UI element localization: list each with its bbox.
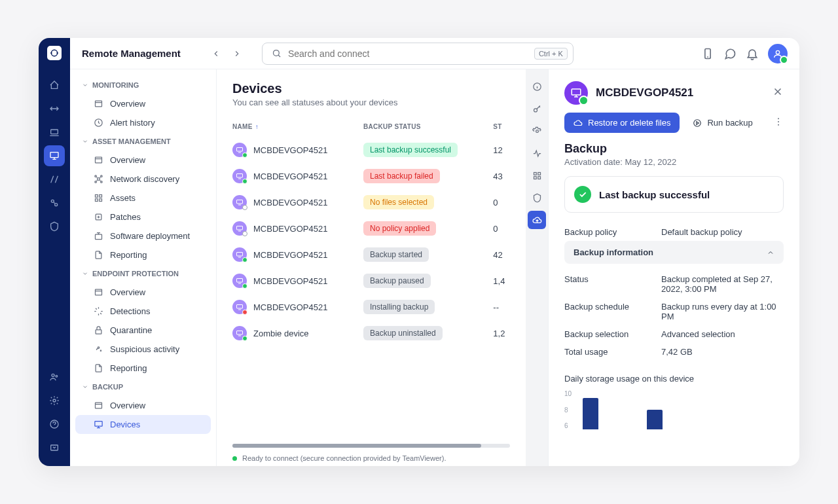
sidebar-item-network-discovery[interactable]: Network discovery	[75, 170, 211, 189]
tool-grid[interactable]	[528, 166, 546, 185]
sidebar-group-endpoint-protection[interactable]: ENDPOINT PROTECTION	[75, 264, 211, 283]
nav-forward[interactable]	[228, 45, 246, 63]
content-area: Devices You can see all statuses about y…	[217, 69, 526, 466]
sidebar-item-software-deployment[interactable]: Software deployment	[75, 226, 211, 245]
svg-point-48	[694, 119, 701, 126]
horizontal-scrollbar[interactable]	[232, 444, 510, 448]
table-row[interactable]: MCBDEVGOP4521No files selected0	[225, 189, 518, 215]
svg-rect-26	[96, 234, 102, 240]
col-backup-status[interactable]: BACKUP STATUS	[355, 117, 485, 137]
status-card: Last backup successful	[564, 176, 784, 213]
svg-rect-38	[237, 305, 243, 309]
svg-rect-31	[95, 422, 102, 427]
svg-rect-47	[572, 89, 581, 95]
nav-devices[interactable]	[44, 122, 65, 143]
svg-point-20	[101, 181, 103, 183]
nav-feedback[interactable]	[44, 437, 65, 458]
sidebar-item-reporting[interactable]: Reporting	[75, 359, 211, 378]
main-column: Remote Management Ctrl + K MON	[70, 38, 799, 466]
tool-key[interactable]	[528, 99, 546, 118]
sidebar-group-asset-management[interactable]: ASSET MANAGEMENT	[75, 132, 211, 151]
tool-cloud-backup[interactable]	[528, 211, 546, 229]
status-dot-icon	[232, 456, 237, 461]
sidebar-item-overview[interactable]: Overview	[75, 283, 211, 302]
svg-point-41	[534, 108, 537, 111]
nav-security[interactable]	[44, 216, 65, 237]
svg-rect-15	[96, 157, 102, 163]
sidebar-group-backup[interactable]: BACKUP	[75, 378, 211, 396]
nav-transfer[interactable]	[44, 98, 65, 119]
devices-table: NAME↑ BACKUP STATUS ST MCBDEVGOP4521Last…	[225, 117, 518, 346]
svg-rect-23	[96, 199, 98, 202]
tool-shield[interactable]	[528, 189, 546, 207]
chart-bar	[647, 410, 663, 429]
sidebar-item-assets[interactable]: Assets	[75, 189, 211, 207]
chevron-down-icon	[82, 384, 88, 390]
table-row[interactable]: MCBDEVGOP4521Last backup failed43	[225, 163, 518, 189]
sidebar-item-devices[interactable]: Devices	[75, 415, 211, 434]
table-row[interactable]: MCBDEVGOP4521Backup paused1,4	[225, 268, 518, 294]
device-icon	[232, 143, 247, 157]
table-row[interactable]: MCBDEVGOP4521Backup started42	[225, 242, 518, 268]
topbar: Remote Management Ctrl + K	[70, 38, 799, 69]
tool-info[interactable]	[528, 77, 546, 96]
svg-rect-33	[237, 174, 243, 178]
svg-point-3	[51, 200, 54, 202]
table-row[interactable]: MCBDEVGOP4521Installing backup--	[225, 294, 518, 320]
sidebar-item-reporting[interactable]: Reporting	[75, 245, 211, 264]
sidebar-item-patches[interactable]: Patches	[75, 207, 211, 226]
nav-users[interactable]	[44, 367, 65, 387]
logo[interactable]	[47, 46, 62, 60]
sidebar-group-monitoring[interactable]: MONITORING	[75, 76, 211, 94]
close-button[interactable]	[772, 86, 784, 100]
nav-help[interactable]	[44, 414, 65, 435]
bell-icon[interactable]	[746, 47, 759, 60]
svg-point-5	[52, 374, 54, 376]
restore-delete-button[interactable]: Restore or delete files	[564, 113, 680, 133]
chart-title: Daily storage usage on this device	[564, 374, 784, 384]
info-row: StatusBackup completed at Sep 27, 2022, …	[564, 270, 784, 298]
nav-workflows[interactable]	[44, 169, 65, 190]
sidebar-item-overview[interactable]: Overview	[75, 396, 211, 415]
run-backup-button[interactable]: Run backup	[686, 113, 759, 133]
sidebar-item-alert-history[interactable]: Alert history	[75, 113, 211, 132]
info-row: Total usage7,42 GB	[564, 343, 784, 361]
tool-settings[interactable]	[528, 122, 546, 140]
device-icon	[232, 247, 247, 262]
table-row[interactable]: Zombie deviceBackup uninstalled1,2	[225, 320, 518, 346]
chart-bar	[583, 398, 598, 429]
user-avatar[interactable]	[768, 44, 788, 63]
search-box[interactable]: Ctrl + K	[262, 43, 574, 65]
device-icon	[232, 221, 247, 236]
svg-point-42	[536, 130, 538, 132]
svg-rect-30	[96, 403, 102, 408]
col-storage[interactable]: ST	[485, 117, 518, 137]
sidebar-item-suspicious-activity[interactable]: Suspicious activity	[75, 340, 211, 359]
svg-rect-44	[537, 172, 540, 175]
search-input[interactable]	[288, 48, 528, 59]
nav-back[interactable]	[207, 45, 225, 63]
nav-settings[interactable]	[44, 390, 65, 411]
table-row[interactable]: MCBDEVGOP4521Last backup successful12	[225, 137, 518, 163]
svg-point-16	[98, 178, 100, 181]
svg-point-0	[51, 50, 57, 56]
chevron-down-icon	[82, 138, 88, 145]
activation-date: Activation date: May 12, 2022	[564, 157, 784, 167]
chat-icon[interactable]	[723, 47, 737, 60]
tool-monitor[interactable]	[528, 144, 546, 162]
svg-point-7	[53, 399, 56, 402]
backup-info-accordion[interactable]: Backup information	[564, 241, 784, 264]
sidebar-item-overview[interactable]: Overview	[75, 94, 211, 113]
col-name[interactable]: NAME↑	[225, 117, 355, 137]
mobile-icon[interactable]	[701, 47, 714, 60]
sidebar-item-detections[interactable]: Detections	[75, 302, 211, 321]
table-row[interactable]: MCBDEVGOP4521No policy applied0	[225, 215, 518, 242]
svg-rect-39	[237, 331, 243, 335]
more-menu[interactable]	[773, 117, 784, 130]
nav-home[interactable]	[44, 75, 65, 96]
nav-integrations[interactable]	[44, 192, 65, 213]
nav-remote-management[interactable]	[44, 145, 65, 166]
backup-section-title: Backup	[564, 142, 784, 156]
sidebar-item-quarantine[interactable]: Quarantine	[75, 321, 211, 340]
sidebar-item-overview[interactable]: Overview	[75, 151, 211, 170]
